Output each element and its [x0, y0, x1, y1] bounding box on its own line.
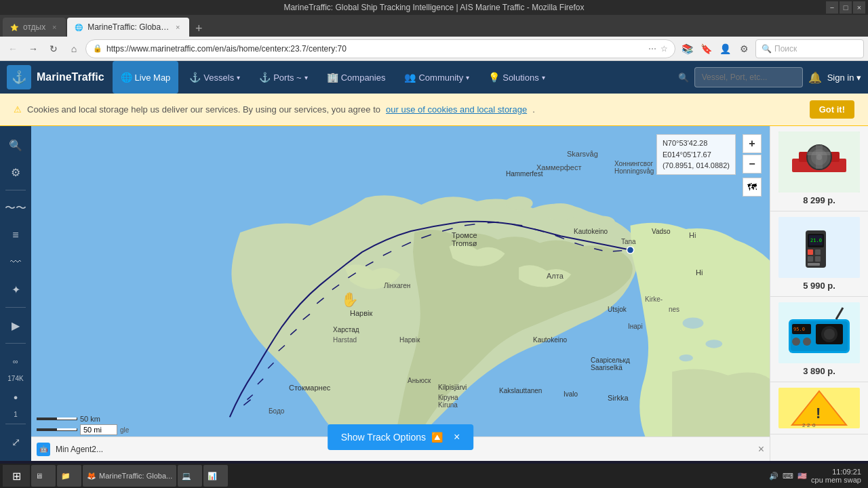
sidebar-animation-icon[interactable]: ∞ — [3, 349, 28, 373]
nav-community-label: Community — [418, 73, 463, 83]
ssl-icon: 🔒 — [93, 44, 102, 53]
taskbar-item-2[interactable]: 📁 — [57, 465, 81, 487]
solutions-icon: 💡 — [488, 72, 500, 83]
svg-rect-43 — [808, 249, 813, 255]
ad-image-2: 21.0 — [778, 217, 860, 278]
sign-in-button[interactable]: Sign in ▾ — [827, 73, 861, 83]
ad-item-2[interactable]: 21.0 5 990 р. — [770, 211, 868, 297]
scale-mi: gle — [37, 424, 129, 435]
toolbar-btn-2[interactable]: 🔖 — [697, 40, 715, 58]
map-area[interactable]: ✋ — [31, 126, 770, 461]
taskbar-item-3[interactable]: 💻 — [178, 465, 202, 487]
coord-lat: N70°53'42.28 — [663, 138, 730, 149]
browser-search-bar[interactable]: 🔍 Поиск — [755, 39, 864, 58]
home-button[interactable]: ⌂ — [65, 40, 83, 58]
toolbar-btn-3[interactable]: 👤 — [716, 40, 734, 58]
nav-search-icon: 🔍 — [678, 73, 689, 83]
minimize-button[interactable]: − — [826, 1, 838, 14]
bot-close-button[interactable]: × — [758, 443, 764, 455]
nav-solutions[interactable]: 💡 Solutions ▾ — [480, 61, 553, 94]
map-background: ✋ — [31, 126, 770, 461]
new-tab-button[interactable]: + — [191, 20, 207, 37]
sidebar-dot-icon[interactable]: ● — [3, 385, 28, 409]
cookie-banner: ⚠ Cookies and local storage help us deli… — [0, 94, 868, 126]
tab-close-2[interactable]: × — [173, 22, 182, 32]
community-icon: 👥 — [404, 72, 416, 83]
content-area: 🔍 ⚙ 〜〜 ≡ 〰 ✦ ▶ ∞ 174K ● 1 ⤢ — [0, 126, 868, 461]
nav-live-map[interactable]: 🌐 Live Map — [113, 61, 179, 94]
nav-vessels[interactable]: ⚓ Vessels ▾ — [181, 61, 248, 94]
left-sidebar: 🔍 ⚙ 〜〜 ≡ 〰 ✦ ▶ ∞ 174K ● 1 ⤢ — [0, 126, 31, 461]
scale-mi-input[interactable] — [80, 424, 117, 435]
maximize-button[interactable]: □ — [840, 1, 852, 14]
svg-point-5 — [705, 340, 722, 348]
firefox-icon: 🦊 — [87, 472, 96, 481]
forward-button[interactable]: → — [24, 40, 42, 58]
sidebar-search[interactable]: 🔍 — [3, 133, 28, 157]
address-bar[interactable]: 🔒 https://www.marinetraffic.com/en/ais/h… — [85, 39, 675, 58]
bot-text: Min Agent2... — [56, 445, 103, 454]
zoom-out-button[interactable]: − — [743, 155, 762, 174]
cookie-link[interactable]: our use of cookies and local storage — [386, 104, 527, 115]
svg-text:2: 2 — [807, 422, 810, 428]
svg-rect-44 — [815, 249, 821, 255]
start-button[interactable]: ⊞ — [3, 465, 30, 487]
sidebar-ships[interactable]: ✦ — [3, 277, 28, 302]
refresh-button[interactable]: ↻ — [45, 40, 62, 58]
svg-point-4 — [683, 317, 704, 328]
sidebar-waves[interactable]: 〜〜 — [3, 196, 28, 220]
taskbar-item-4[interactable]: 📊 — [203, 465, 228, 487]
sidebar-play[interactable]: ▶ — [3, 313, 28, 338]
network-icon: 🔊 — [769, 472, 778, 481]
taskbar-item-firefox[interactable]: 🦊 MarineTraffic: Globa... — [83, 465, 176, 487]
track-options-popup[interactable]: Show Track Options 🔼 × — [328, 424, 474, 450]
keyboard-icon: ⌨ — [783, 472, 793, 481]
svg-point-59 — [803, 338, 811, 346]
zoom-in-button[interactable]: + — [743, 134, 762, 153]
svg-rect-47 — [808, 263, 820, 266]
ad-item-3[interactable]: 95.0 3 890 р. — [770, 297, 868, 382]
sidebar-expand[interactable]: ⤢ — [3, 430, 28, 454]
sidebar-layers[interactable]: ≡ — [3, 223, 28, 247]
track-options-close[interactable]: × — [454, 431, 460, 443]
nav-ports[interactable]: ⚓ Ports ~ ▾ — [251, 61, 316, 94]
nav-companies[interactable]: 🏢 Companies — [319, 61, 394, 94]
window-controls: − □ × — [826, 1, 865, 14]
svg-rect-46 — [815, 256, 821, 262]
map-layers-button[interactable]: 🗺 — [743, 178, 762, 197]
ad-item-4[interactable]: ! 2 2 0 — [770, 382, 868, 434]
search-icon: 🔍 — [762, 44, 772, 54]
toolbar-btn-4[interactable]: ⚙ — [735, 40, 753, 58]
got-it-button[interactable]: Got it! — [810, 100, 854, 119]
close-button[interactable]: × — [853, 1, 865, 14]
bot-icon: 🤖 — [37, 443, 50, 456]
ports-chevron: ▾ — [304, 74, 308, 81]
nav-search-input[interactable] — [694, 67, 803, 87]
community-chevron: ▾ — [466, 74, 469, 81]
toolbar-btn-1[interactable]: 📚 — [678, 40, 696, 58]
bookmark-icon[interactable]: ☆ — [660, 44, 668, 54]
svg-rect-38 — [816, 145, 823, 169]
cpu-label: cpu mem swap — [811, 476, 861, 484]
tab-marinetraffic[interactable]: 🌐 MarineTraffic: Globa… × — [67, 18, 189, 37]
svg-text:2: 2 — [802, 422, 806, 428]
taskbar-system-tray: 🔊 ⌨ 🇺🇸 11:09:21 cpu mem swap — [765, 468, 865, 484]
sidebar-weather[interactable]: 〰 — [3, 250, 28, 274]
bell-icon[interactable]: 🔔 — [808, 71, 822, 84]
taskbar-item-1[interactable]: 🖥 — [31, 465, 56, 487]
logo-icon: ⚓ — [7, 65, 31, 89]
nav-solutions-label: Solutions — [502, 73, 538, 83]
ports-icon: ⚓ — [259, 72, 271, 83]
sidebar-divider-1 — [5, 190, 26, 190]
tab-close-1[interactable]: × — [50, 22, 59, 32]
nav-community[interactable]: 👥 Community ▾ — [396, 61, 477, 94]
site-logo[interactable]: ⚓ MarineTraffic — [7, 65, 104, 89]
scale-line-mi — [37, 428, 77, 431]
ad-item-1[interactable]: 8 299 р. — [770, 126, 868, 211]
back-button[interactable]: ← — [4, 40, 22, 58]
sidebar-counter-174k: 174K — [7, 375, 23, 382]
tab-otdyh[interactable]: ⭐ отдых × — [3, 18, 66, 37]
sidebar-filter[interactable]: ⚙ — [3, 160, 28, 184]
sidebar-counter-group2: ● 1 — [3, 385, 28, 418]
svg-point-1 — [543, 203, 578, 220]
